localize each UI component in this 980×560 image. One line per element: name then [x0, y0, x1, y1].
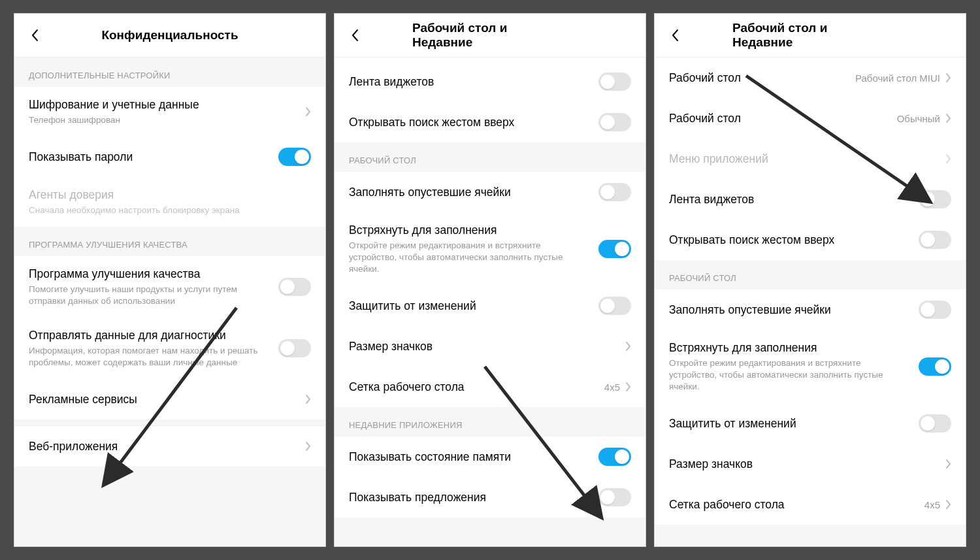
- row-icon-size[interactable]: Размер значков: [335, 326, 645, 367]
- row-ad-services[interactable]: Рекламные сервисы: [14, 379, 325, 420]
- row-icon-size[interactable]: Размер значков: [655, 444, 966, 484]
- panel-launcher-recents-2: Рабочий стол и Недавние Лента виджетов О…: [334, 13, 646, 547]
- row-sub: Телефон зашифрован: [29, 114, 297, 126]
- chevron-left-icon: [31, 29, 39, 42]
- toggle-lock-layout[interactable]: [919, 414, 951, 433]
- group-web: Веб-приложения: [14, 426, 325, 467]
- row-title: Сетка рабочего стола: [669, 497, 917, 512]
- row-title: Защитить от изменений: [349, 299, 591, 314]
- row-value: 4x5: [924, 499, 940, 510]
- section-label-desktop: РАБОЧИЙ СТОЛ: [655, 260, 966, 289]
- row-lock-layout[interactable]: Защитить от изменений: [655, 403, 966, 444]
- row-title: Рабочий стол: [669, 111, 889, 126]
- group-additional: Шифрование и учетные данные Телефон заши…: [14, 87, 325, 227]
- chevron-left-icon: [351, 29, 359, 42]
- row-diagnostics[interactable]: Отправлять данные для диагностики Информ…: [14, 318, 325, 379]
- row-title: Заполнять опустевшие ячейки: [669, 303, 911, 318]
- row-grid[interactable]: Сетка рабочего стола 4x5: [335, 367, 645, 407]
- toggle-search-gesture[interactable]: [598, 113, 631, 131]
- row-title: Показывать состояние памяти: [349, 450, 591, 465]
- row-default-launcher[interactable]: Рабочий стол Рабочий стол MIUI: [655, 58, 966, 98]
- row-lock-layout[interactable]: Защитить от изменений: [335, 286, 645, 326]
- toggle-diagnostics[interactable]: [278, 339, 311, 357]
- panel-launcher-recents-3: Рабочий стол и Недавние Рабочий стол Раб…: [654, 13, 966, 547]
- page-title: Рабочий стол и Недавние: [732, 21, 888, 50]
- section-label-desktop: РАБОЧИЙ СТОЛ: [335, 142, 645, 172]
- row-fill-cells[interactable]: Заполнять опустевшие ячейки: [655, 289, 966, 330]
- row-suggestions[interactable]: Показывать предложения: [335, 477, 645, 518]
- row-title: Встряхнуть для заполнения: [669, 340, 911, 355]
- row-title: Сетка рабочего стола: [349, 380, 596, 395]
- group-quality: Программа улучшения качества Помогите ул…: [14, 256, 325, 420]
- chevron-right-icon: [945, 459, 951, 469]
- row-title: Размер значков: [669, 457, 938, 472]
- toggle-lock-layout[interactable]: [598, 297, 631, 315]
- toggle-search-gesture[interactable]: [919, 231, 951, 249]
- row-widget-feed[interactable]: Лента виджетов: [335, 61, 645, 102]
- row-fill-cells[interactable]: Заполнять опустевшие ячейки: [335, 172, 645, 212]
- row-title: Веб-приложения: [29, 439, 297, 454]
- row-grid[interactable]: Сетка рабочего стола 4x5: [655, 484, 966, 525]
- chevron-left-icon: [671, 29, 679, 42]
- toggle-suggestions[interactable]: [598, 488, 631, 506]
- group-top: Лента виджетов Открывать поиск жестом вв…: [335, 58, 645, 142]
- toggle-shake-fill[interactable]: [598, 240, 631, 258]
- row-title: Меню приложений: [669, 152, 938, 167]
- group-recent: Показывать состояние памяти Показывать п…: [335, 436, 645, 518]
- row-title: Шифрование и учетные данные: [29, 97, 297, 112]
- chevron-right-icon: [305, 107, 311, 117]
- row-sub: Откройте режим редактирования и встряхни…: [349, 240, 591, 276]
- row-encryption[interactable]: Шифрование и учетные данные Телефон заши…: [14, 87, 325, 137]
- content: Лента виджетов Открывать поиск жестом вв…: [335, 58, 645, 546]
- back-button[interactable]: [666, 27, 683, 44]
- page-title: Конфиденциальность: [101, 28, 238, 42]
- group-launcher: Рабочий стол Рабочий стол MIUI Рабочий с…: [655, 58, 966, 260]
- row-value: 4x5: [604, 382, 620, 393]
- row-title: Открывать поиск жестом вверх: [349, 115, 591, 130]
- row-title: Рабочий стол: [669, 71, 847, 86]
- row-title: Показывать пароли: [29, 150, 270, 165]
- toggle-widget-feed[interactable]: [919, 190, 951, 208]
- page-title: Рабочий стол и Недавние: [412, 21, 568, 50]
- toggle-shake-fill[interactable]: [919, 357, 951, 376]
- chevron-right-icon: [945, 154, 951, 164]
- row-app-drawer: Меню приложений: [655, 139, 966, 179]
- row-sub: Откройте режим редактирования и встряхни…: [669, 357, 911, 393]
- row-title: Программа улучшения качества: [29, 267, 270, 282]
- row-memory-status[interactable]: Показывать состояние памяти: [335, 436, 645, 477]
- chevron-right-icon: [945, 499, 951, 510]
- row-widget-feed[interactable]: Лента виджетов: [655, 179, 966, 220]
- toggle-fill-cells[interactable]: [598, 183, 631, 201]
- row-title: Защитить от изменений: [669, 416, 911, 431]
- divider: [14, 420, 325, 426]
- row-shake-fill[interactable]: Встряхнуть для заполнения Откройте режим…: [335, 212, 645, 286]
- toggle-quality-program[interactable]: [278, 278, 311, 296]
- back-button[interactable]: [346, 27, 363, 44]
- group-desktop: Заполнять опустевшие ячейки Встряхнуть д…: [655, 289, 966, 525]
- back-button[interactable]: [26, 27, 43, 44]
- toggle-show-passwords[interactable]: [278, 148, 311, 166]
- row-launcher-mode[interactable]: Рабочий стол Обычный: [655, 98, 966, 139]
- row-trust-agents: Агенты доверия Сначала необходимо настро…: [14, 177, 325, 227]
- chevron-right-icon: [625, 341, 631, 352]
- row-quality-program[interactable]: Программа улучшения качества Помогите ул…: [14, 256, 325, 318]
- row-title: Лента виджетов: [349, 74, 591, 90]
- group-desktop: Заполнять опустевшие ячейки Встряхнуть д…: [335, 172, 645, 407]
- row-title: Показывать предложения: [349, 490, 591, 505]
- row-value: Рабочий стол MIUI: [855, 73, 940, 84]
- toggle-fill-cells[interactable]: [919, 301, 951, 319]
- row-title: Открывать поиск жестом вверх: [669, 233, 911, 248]
- row-sub: Информация, которая помогает нам находит…: [29, 345, 270, 369]
- row-show-passwords[interactable]: Показывать пароли: [14, 137, 325, 177]
- row-web-apps[interactable]: Веб-приложения: [14, 426, 325, 467]
- chevron-right-icon: [305, 394, 311, 404]
- row-search-gesture[interactable]: Открывать поиск жестом вверх: [335, 102, 645, 142]
- row-title: Размер значков: [349, 339, 617, 354]
- toggle-memory-status[interactable]: [598, 448, 631, 466]
- header: Рабочий стол и Недавние: [655, 14, 966, 58]
- section-label-quality: ПРОГРАММА УЛУЧШЕНИЯ КАЧЕСТВА: [14, 227, 325, 256]
- row-search-gesture[interactable]: Открывать поиск жестом вверх: [655, 220, 966, 260]
- row-shake-fill[interactable]: Встряхнуть для заполнения Откройте режим…: [655, 330, 966, 403]
- toggle-widget-feed[interactable]: [598, 73, 631, 91]
- chevron-right-icon: [625, 382, 631, 392]
